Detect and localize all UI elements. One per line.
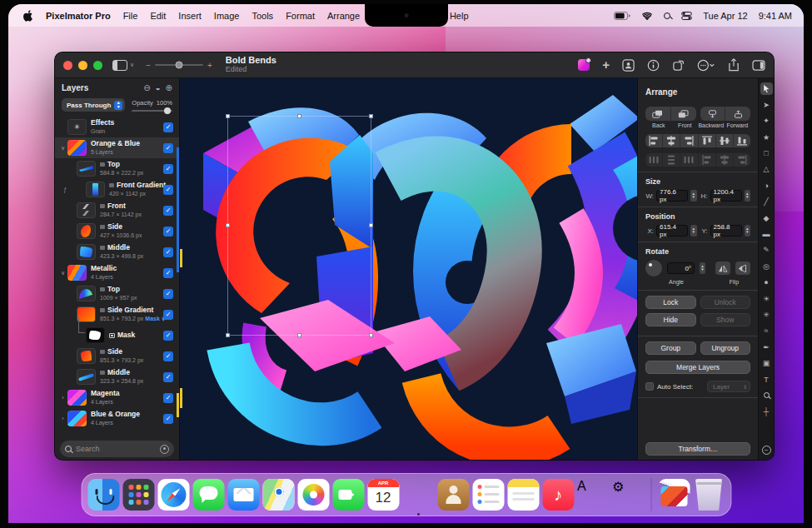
- layer-row-mask[interactable]: Mask✓: [55, 325, 179, 346]
- layers-search-field[interactable]: Search: [60, 441, 174, 457]
- light-tool-icon[interactable]: ☀: [760, 292, 773, 305]
- flip-horizontal-button[interactable]: [735, 262, 750, 275]
- dock-contacts-icon[interactable]: [437, 479, 469, 511]
- x-stepper[interactable]: ▲▼: [690, 225, 697, 237]
- menu-app-name[interactable]: Pixelmator Pro: [46, 11, 111, 21]
- selection-handle[interactable]: [226, 223, 230, 227]
- erase-tool-icon[interactable]: ▬: [760, 228, 773, 241]
- fullscreen-button[interactable]: [93, 61, 102, 70]
- selection-bounding-box[interactable]: [227, 116, 371, 336]
- layer-row-orange-blue[interactable]: ∨Orange & Blue5 Layers✓: [55, 137, 179, 158]
- dock-facetime-icon[interactable]: [332, 479, 364, 511]
- quick-select-tool-icon[interactable]: ➤: [760, 98, 773, 111]
- distribute-left-button[interactable]: [699, 153, 716, 167]
- crop-tool-icon[interactable]: ┼: [760, 406, 773, 418]
- shape-tool-icon[interactable]: ▣: [760, 357, 773, 370]
- more-options-icon[interactable]: [697, 57, 715, 72]
- selection-handle[interactable]: [297, 333, 301, 337]
- search-token-icon[interactable]: [160, 445, 169, 454]
- align-top-button[interactable]: [699, 134, 716, 147]
- dock-notes-icon[interactable]: [507, 479, 539, 511]
- layer-visibility-checkbox[interactable]: ✓: [163, 164, 173, 174]
- height-field[interactable]: 1200.4 px: [710, 190, 742, 202]
- layer-visibility-checkbox[interactable]: ✓: [163, 393, 173, 403]
- send-to-back-button[interactable]: [645, 107, 671, 121]
- menu-item-image[interactable]: Image: [214, 11, 240, 21]
- auto-select-checkbox[interactable]: [645, 382, 654, 391]
- layer-visibility-checkbox[interactable]: ✓: [163, 247, 173, 257]
- pencil-tool-icon[interactable]: ✎: [760, 244, 773, 257]
- dock-app-store-icon[interactable]: A: [577, 479, 609, 511]
- height-stepper[interactable]: ▲▼: [745, 190, 751, 202]
- layer-visibility-checkbox[interactable]: ✓: [163, 206, 173, 216]
- selection-handle[interactable]: [297, 114, 301, 118]
- distribute-vertical-button[interactable]: [663, 153, 680, 167]
- auto-select-dropdown[interactable]: Layer⇕: [707, 381, 750, 392]
- color-swatch-button[interactable]: [578, 59, 590, 71]
- lock-button[interactable]: Lock: [645, 296, 696, 309]
- show-button[interactable]: Show: [700, 313, 751, 326]
- move-tool-icon[interactable]: [760, 82, 773, 95]
- width-stepper[interactable]: ▲▼: [690, 190, 697, 202]
- align-right-button[interactable]: [680, 134, 698, 147]
- warp-tool-icon[interactable]: ≈: [760, 325, 773, 337]
- send-backward-button[interactable]: [700, 107, 726, 121]
- dock-messages-icon[interactable]: [192, 479, 224, 511]
- disclosure-icon[interactable]: ∨: [58, 145, 67, 152]
- selection-handle[interactable]: [369, 223, 373, 227]
- flip-vertical-button[interactable]: [715, 262, 730, 275]
- layer-row-front-gradient[interactable]: ƒFront Gradient420 × 1142 px✓: [55, 179, 179, 200]
- info-icon[interactable]: [647, 57, 660, 72]
- type-tool-icon[interactable]: T: [760, 373, 773, 386]
- align-middle-vertical-button[interactable]: [716, 134, 734, 147]
- menu-item-format[interactable]: Format: [286, 11, 315, 21]
- add-layer-icon[interactable]: ⊕: [166, 83, 172, 92]
- x-field[interactable]: 615.4 px: [656, 225, 688, 237]
- dock-stack-icon[interactable]: [658, 479, 690, 511]
- angle-field[interactable]: 0°: [667, 262, 695, 274]
- canvas[interactable]: [180, 78, 637, 461]
- bring-to-front-button[interactable]: [671, 107, 696, 121]
- layer-row-side-gradient[interactable]: Side Gradient851.3 × 793.2 px Mask ∨✓: [55, 304, 179, 325]
- group-button[interactable]: Group: [645, 341, 696, 355]
- mask-link[interactable]: Mask ∨: [143, 316, 166, 321]
- y-stepper[interactable]: ▲▼: [745, 225, 751, 237]
- layer-row-top[interactable]: Top1009 × 957 px✓: [55, 283, 179, 304]
- marquee-tool-icon[interactable]: □: [760, 147, 773, 160]
- layer-row-blue-orange[interactable]: ›Blue & Orange4 Layers✓: [55, 408, 179, 429]
- layer-row-side[interactable]: Side851.3 × 793.2 px✓: [55, 346, 179, 366]
- distribute-center-button[interactable]: [716, 153, 734, 167]
- layer-visibility-checkbox[interactable]: ✓: [163, 122, 173, 132]
- distribute-right-button[interactable]: [734, 153, 750, 167]
- pen-tool-icon[interactable]: ✒: [760, 341, 773, 353]
- align-center-horizontal-button[interactable]: [663, 134, 680, 147]
- layer-row-metallic[interactable]: ∨Metallic4 Layers✓: [55, 262, 179, 283]
- menu-date[interactable]: Tue Apr 12: [703, 11, 747, 21]
- layer-row-top[interactable]: Top584.8 × 222.2 px✓: [55, 158, 179, 179]
- distribute-h2-button[interactable]: [680, 153, 698, 167]
- remove-layer-icon[interactable]: ⊖: [143, 83, 150, 92]
- y-field[interactable]: 258.8 px: [710, 225, 742, 237]
- selection-handle[interactable]: [226, 114, 230, 118]
- menu-item-edit[interactable]: Edit: [150, 11, 166, 21]
- layer-visibility-checkbox[interactable]: ✓: [163, 268, 173, 278]
- zoom-in-icon[interactable]: +: [207, 61, 212, 70]
- disclosure-icon[interactable]: ∨: [58, 270, 67, 276]
- layer-visibility-checkbox[interactable]: ✓: [163, 143, 173, 153]
- menu-item-help[interactable]: Help: [450, 11, 469, 21]
- align-bottom-button[interactable]: [734, 134, 750, 147]
- transform-button[interactable]: Transform…: [645, 442, 750, 456]
- share-icon[interactable]: [728, 57, 740, 72]
- disclosure-icon[interactable]: ›: [58, 395, 67, 401]
- dock-system-preferences-icon[interactable]: ⚙: [612, 479, 644, 511]
- panel-toggle-icon[interactable]: [752, 57, 765, 72]
- rotate-dial[interactable]: [645, 260, 662, 276]
- control-center-icon[interactable]: [681, 12, 692, 20]
- menu-item-file[interactable]: File: [123, 11, 138, 21]
- dock-mail-icon[interactable]: [227, 479, 259, 511]
- layer-visibility-checkbox[interactable]: ✓: [163, 372, 173, 382]
- unlock-button[interactable]: Unlock: [700, 296, 751, 309]
- wifi-icon[interactable]: [641, 12, 653, 20]
- dock-maps-icon[interactable]: [262, 479, 294, 511]
- align-left-button[interactable]: [645, 134, 663, 147]
